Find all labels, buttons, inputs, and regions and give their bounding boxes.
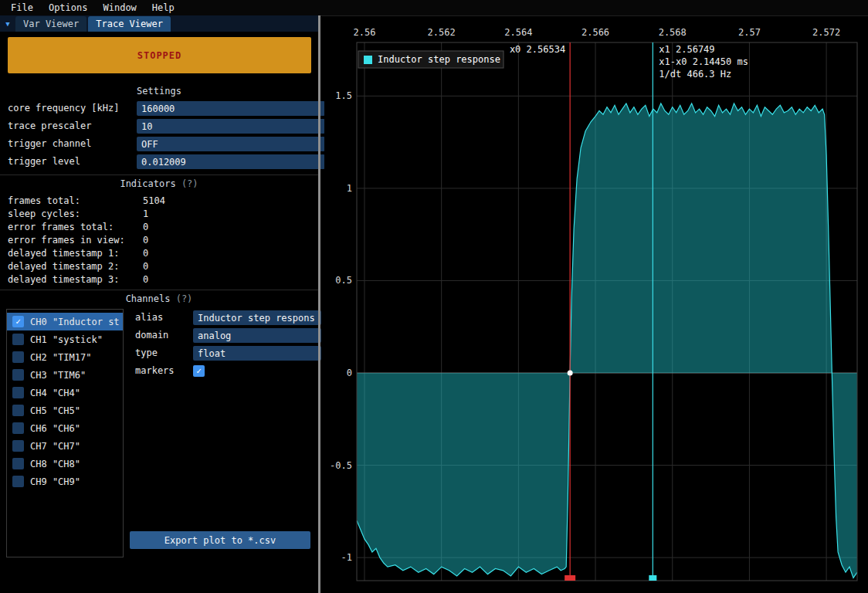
channel-checkbox[interactable] bbox=[12, 351, 24, 363]
y-tick-label: 0 bbox=[347, 368, 352, 378]
export-csv-button[interactable]: Export plot to *.csv bbox=[130, 531, 310, 549]
channel-checkbox[interactable] bbox=[12, 422, 24, 434]
marker-point bbox=[568, 371, 573, 376]
channel-checkbox[interactable] bbox=[12, 334, 24, 345]
indicator-label: delayed timestamp 3: bbox=[8, 274, 120, 285]
indicator-label: sleep cycles: bbox=[8, 208, 80, 219]
marker-x1-label: 1/dt 466.3 Hz bbox=[659, 69, 731, 80]
channels-title: Channels (?) bbox=[0, 293, 318, 304]
channel-checkbox[interactable] bbox=[12, 369, 24, 381]
tab-trace-viewer[interactable]: Trace Viewer bbox=[88, 16, 171, 32]
indicator-value: 0 bbox=[143, 261, 148, 272]
x-tick-label: 2.56 bbox=[354, 27, 376, 38]
menu-options[interactable]: Options bbox=[41, 1, 96, 15]
channel-row-ch3[interactable]: CH3 "TIM6" bbox=[7, 366, 123, 384]
markers-checkbox[interactable] bbox=[193, 365, 205, 377]
indicators-title-text: Indicators bbox=[120, 178, 175, 189]
channel-checkbox[interactable] bbox=[12, 440, 24, 452]
trace-prescaler-input[interactable] bbox=[137, 119, 325, 134]
core-frequency-input[interactable] bbox=[137, 101, 325, 116]
series-area bbox=[357, 103, 857, 578]
x-tick-label: 2.572 bbox=[812, 27, 840, 38]
trace-plot[interactable]: 2.562.5622.5642.5662.5682.572.5721.510.5… bbox=[324, 23, 863, 584]
y-tick-label: -0.5 bbox=[330, 460, 352, 471]
separator bbox=[0, 290, 318, 290]
indicator-label: error frames total: bbox=[8, 222, 114, 232]
channel-label: CH9 "CH9" bbox=[30, 476, 80, 487]
channel-row-ch2[interactable]: CH2 "TIM17" bbox=[7, 348, 123, 366]
left-panel: ▼ Var Viewer Trace Viewer STOPPED Settin… bbox=[0, 15, 318, 593]
y-tick-label: 1.5 bbox=[335, 90, 352, 101]
trace-prescaler-label: trace prescaler bbox=[8, 119, 91, 134]
legend-label: Inductor step response bbox=[378, 54, 500, 65]
channel-label: CH7 "CH7" bbox=[30, 441, 80, 452]
indicator-value: 0 bbox=[143, 274, 148, 285]
tab-var-viewer[interactable]: Var Viewer bbox=[15, 16, 86, 32]
trigger-channel-label: trigger channel bbox=[8, 137, 91, 151]
channel-checkbox[interactable] bbox=[12, 316, 24, 327]
channel-checkbox[interactable] bbox=[12, 405, 24, 416]
legend-swatch[interactable] bbox=[364, 56, 372, 64]
channel-label: CH4 "CH4" bbox=[30, 388, 80, 398]
panel-splitter[interactable] bbox=[318, 15, 320, 593]
marker-x1-label: x1 2.56749 bbox=[659, 44, 714, 55]
markers-label: markers bbox=[135, 364, 175, 378]
channel-label: CH8 "CH8" bbox=[30, 459, 80, 469]
trigger-level-input[interactable] bbox=[137, 154, 325, 169]
marker-x1-handle[interactable] bbox=[649, 575, 656, 581]
channels-help-icon[interactable]: (?) bbox=[176, 293, 193, 304]
type-label: type bbox=[135, 346, 158, 361]
indicator-value: 1 bbox=[143, 208, 148, 219]
separator bbox=[0, 175, 318, 175]
channel-checkbox[interactable] bbox=[12, 476, 24, 487]
channel-row-ch5[interactable]: CH5 "CH5" bbox=[7, 402, 123, 419]
trigger-channel-input[interactable] bbox=[137, 137, 325, 151]
channel-checkbox[interactable] bbox=[12, 458, 24, 469]
channel-row-ch7[interactable]: CH7 "CH7" bbox=[7, 437, 123, 455]
marker-x0-handle[interactable] bbox=[565, 575, 575, 581]
indicators-help-icon[interactable]: (?) bbox=[181, 178, 198, 189]
channels-title-text: Channels bbox=[126, 293, 171, 304]
stopped-button[interactable]: STOPPED bbox=[8, 37, 311, 73]
menu-file[interactable]: File bbox=[3, 1, 41, 15]
indicator-value: 0 bbox=[143, 222, 148, 232]
channel-row-ch9[interactable]: CH9 "CH9" bbox=[7, 473, 123, 490]
marker-x1-label: x1-x0 2.14450 ms bbox=[659, 56, 748, 67]
indicator-label: delayed timestamp 1: bbox=[8, 248, 120, 259]
channel-label: CH0 "Inductor st bbox=[30, 317, 120, 327]
channel-label: CH1 "systick" bbox=[30, 334, 103, 345]
indicator-value: 5104 bbox=[143, 195, 165, 206]
x-tick-label: 2.568 bbox=[659, 27, 687, 38]
tab-bar: ▼ Var Viewer Trace Viewer bbox=[0, 15, 318, 32]
tab-list-chevron-icon[interactable]: ▼ bbox=[0, 15, 15, 32]
channel-row-ch1[interactable]: CH1 "systick" bbox=[7, 330, 123, 348]
channel-checkbox[interactable] bbox=[12, 387, 24, 398]
indicator-label: delayed timestamp 2: bbox=[8, 261, 120, 272]
x-tick-label: 2.57 bbox=[738, 27, 761, 38]
x-tick-label: 2.562 bbox=[428, 27, 456, 38]
indicator-label: frames total: bbox=[8, 195, 80, 206]
trigger-level-label: trigger level bbox=[8, 154, 80, 169]
menu-help[interactable]: Help bbox=[144, 1, 182, 15]
alias-input[interactable] bbox=[193, 310, 321, 325]
channel-label: CH5 "CH5" bbox=[30, 405, 80, 416]
domain-label: domain bbox=[135, 328, 168, 343]
channel-row-ch6[interactable]: CH6 "CH6" bbox=[7, 419, 123, 437]
channel-row-ch0[interactable]: CH0 "Inductor st bbox=[7, 313, 123, 330]
menu-window[interactable]: Window bbox=[95, 1, 144, 15]
channel-list: CH0 "Inductor st CH1 "systick" CH2 "TIM1… bbox=[6, 309, 124, 557]
indicator-value: 0 bbox=[143, 248, 148, 259]
indicators-title: Indicators (?) bbox=[0, 178, 318, 189]
type-input[interactable] bbox=[193, 346, 321, 361]
channel-row-ch8[interactable]: CH8 "CH8" bbox=[7, 455, 123, 473]
y-tick-label: 0.5 bbox=[335, 275, 352, 286]
settings-title: Settings bbox=[0, 86, 318, 97]
app-window: File Options Window Help ▼ Var Viewer Tr… bbox=[0, 0, 868, 593]
x-tick-label: 2.564 bbox=[504, 27, 532, 38]
channel-row-ch4[interactable]: CH4 "CH4" bbox=[7, 384, 123, 402]
y-tick-label: 1 bbox=[347, 183, 352, 194]
menu-bar: File Options Window Help bbox=[0, 0, 868, 16]
indicator-value: 0 bbox=[143, 235, 148, 246]
channel-label: CH2 "TIM17" bbox=[30, 352, 91, 363]
domain-input[interactable] bbox=[193, 328, 321, 343]
